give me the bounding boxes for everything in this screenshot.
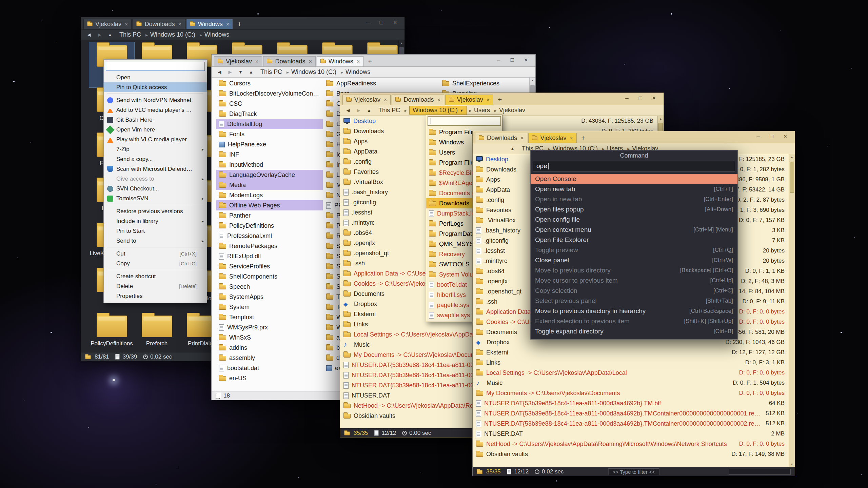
command-item[interactable]: Move to previous directory in hierarchy … xyxy=(531,306,737,316)
tab-close-icon[interactable] xyxy=(125,21,128,27)
file-row[interactable]: BitLockerDiscoveryVolumeContents xyxy=(216,88,323,99)
context-menu-item[interactable]: TortoiseSVN ▸ xyxy=(104,194,207,203)
command-item[interactable]: Toggle preview [Ctrl+Q] xyxy=(531,245,737,255)
scroll-up-icon[interactable] xyxy=(530,78,535,83)
context-menu-item[interactable]: Copy [Ctrl+C] xyxy=(104,259,207,268)
new-tab-button[interactable]: + xyxy=(234,19,244,29)
breadcrumb-item[interactable]: This PC xyxy=(260,68,289,76)
file-row[interactable]: ShellExperiences xyxy=(439,78,535,88)
forward-button[interactable]: ▶ xyxy=(225,68,235,76)
scroll-up-icon[interactable] xyxy=(789,154,795,160)
context-menu-item[interactable]: SVN Checkout... xyxy=(104,184,207,194)
file-row[interactable]: Offline Web Pages xyxy=(216,200,323,210)
command-item[interactable]: Extend selection to previous item [Shift… xyxy=(531,316,737,326)
up-button[interactable]: ▲ xyxy=(508,145,517,153)
file-row[interactable]: Music D: 0, F: 1, 504 bytes xyxy=(473,378,788,388)
tab-close-icon[interactable] xyxy=(487,97,490,103)
tab-close-icon[interactable] xyxy=(178,21,181,27)
file-row[interactable]: WinSxS xyxy=(216,332,323,343)
file-row[interactable]: Obsidian vaults D: 17, F: 149, 38 MB xyxy=(473,449,788,459)
context-menu-item[interactable]: Create shortcut xyxy=(104,271,207,281)
file-row[interactable]: WMSysPr9.prx xyxy=(216,322,323,332)
command-item[interactable]: Select previous panel [Shift+Tab] xyxy=(531,296,737,306)
maximize-button[interactable]: □ xyxy=(766,132,778,141)
tab[interactable]: Windows xyxy=(317,56,363,66)
file-row[interactable]: CSC xyxy=(216,99,323,109)
file-row[interactable]: en-US xyxy=(216,373,323,383)
context-menu-item[interactable]: Scan with Microsoft Defender... xyxy=(104,164,207,174)
forward-button[interactable]: ▶ xyxy=(354,106,363,115)
context-menu-item[interactable]: Restore previous versions xyxy=(104,206,207,216)
command-item[interactable]: Move cursor to previous item [Ctrl+Up] xyxy=(531,276,737,286)
context-menu-item[interactable]: 7-Zip ▸ xyxy=(104,144,207,154)
file-row[interactable]: TempInst xyxy=(216,312,323,322)
tab-close-icon[interactable] xyxy=(384,97,387,103)
grid-item[interactable]: PolicyDefinitions xyxy=(89,313,134,352)
back-button[interactable]: ◀ xyxy=(215,68,224,76)
breadcrumb-item[interactable]: This PC xyxy=(119,31,148,38)
context-menu-item[interactable] xyxy=(107,247,203,247)
file-row[interactable]: HelpPane.exe xyxy=(216,139,323,149)
file-row[interactable]: Speech xyxy=(216,282,323,292)
tab-close-icon[interactable] xyxy=(437,97,440,103)
file-row[interactable]: PolicyDefinitions xyxy=(216,221,323,231)
history-dropdown-button[interactable]: ▼ xyxy=(236,68,245,76)
context-menu-item[interactable]: Send to ▸ xyxy=(104,236,207,246)
file-row[interactable]: Fonts xyxy=(216,129,323,139)
file-row[interactable]: bootstat.dat xyxy=(216,363,323,373)
titlebar[interactable]: Vjekoslav Downloads Windows xyxy=(81,17,405,29)
context-menu-item[interactable]: Add to VLC media player's Playlist xyxy=(104,105,207,115)
context-menu-item[interactable] xyxy=(107,205,203,205)
context-menu-item[interactable]: Include in library ▸ xyxy=(104,216,207,226)
back-button[interactable]: ◀ xyxy=(343,106,353,115)
up-button[interactable]: ▲ xyxy=(105,31,115,39)
scroll-down-icon[interactable] xyxy=(789,462,795,467)
command-item[interactable]: Open config file xyxy=(531,215,737,225)
back-button[interactable]: ◀ xyxy=(84,31,94,39)
tab[interactable]: Downloads xyxy=(263,56,315,66)
vertical-scrollbar[interactable] xyxy=(789,154,795,467)
minimize-button[interactable]: – xyxy=(493,56,505,64)
scroll-up-icon[interactable] xyxy=(658,116,664,121)
up-button[interactable]: ▲ xyxy=(364,106,374,115)
command-item[interactable]: Open new tab [Ctrl+T] xyxy=(531,184,737,194)
breadcrumb-item[interactable]: Windows 10 (C:)▼ xyxy=(409,106,472,115)
close-button[interactable]: × xyxy=(389,18,401,27)
new-tab-button[interactable]: + xyxy=(365,57,375,66)
command-item[interactable]: Move to previous directory [Backspace] [… xyxy=(531,265,737,276)
tab[interactable]: Vjekoslav xyxy=(214,56,262,66)
command-item[interactable]: Open Console xyxy=(531,174,737,184)
context-menu-item[interactable] xyxy=(107,270,203,270)
breadcrumb-item[interactable]: Users xyxy=(474,107,497,114)
context-menu-item[interactable]: Delete [Delete] xyxy=(104,281,207,291)
new-tab-button[interactable]: + xyxy=(495,95,505,104)
maximize-button[interactable]: □ xyxy=(506,56,518,64)
file-row[interactable]: ServiceProfiles xyxy=(216,261,323,271)
breadcrumb-item[interactable]: Windows 10 (C:) xyxy=(150,31,202,38)
file-row[interactable]: RtlExUpd.dll xyxy=(216,251,323,261)
tab[interactable]: Windows xyxy=(186,19,233,29)
minimize-button[interactable]: – xyxy=(752,132,764,141)
scroll-up-icon[interactable] xyxy=(399,40,405,46)
file-row[interactable]: ShellComponents xyxy=(216,271,323,282)
file-row[interactable]: InputMethod xyxy=(216,160,323,170)
tab[interactable]: Downloads xyxy=(392,95,444,105)
minimize-button[interactable]: – xyxy=(362,18,374,27)
context-menu-item[interactable]: Git Bash Here xyxy=(104,115,207,125)
tab-close-icon[interactable] xyxy=(255,59,258,65)
file-row[interactable]: DtcInstall.log xyxy=(216,119,323,129)
titlebar[interactable]: Vjekoslav Downloads Windows xyxy=(212,55,535,67)
file-row[interactable]: NTUSER.DAT 2 MB xyxy=(473,429,788,439)
tab-close-icon[interactable] xyxy=(226,21,229,27)
tab[interactable]: Vjekoslav xyxy=(528,133,576,143)
file-row[interactable]: My Documents -> C:\Users\Vjekoslav\Docum… xyxy=(473,388,788,398)
file-row[interactable]: AppReadiness xyxy=(323,78,430,88)
close-button[interactable]: × xyxy=(520,56,532,64)
file-row[interactable]: ModemLogs xyxy=(216,190,323,200)
file-row[interactable]: NTUSER.DAT{53b39e88-18c4-11ea-a811-000d3… xyxy=(473,408,788,419)
file-row[interactable]: Panther xyxy=(216,210,323,221)
up-button[interactable]: ▲ xyxy=(246,68,256,76)
file-row[interactable]: SystemApps xyxy=(216,292,323,302)
tab[interactable]: Vjekoslav xyxy=(445,95,493,105)
maximize-button[interactable]: □ xyxy=(634,94,647,103)
